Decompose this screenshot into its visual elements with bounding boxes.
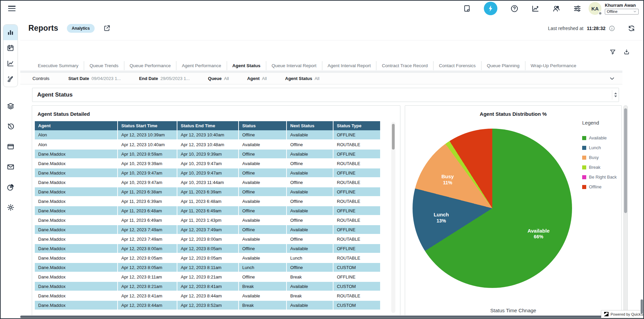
table-row[interactable]: AlonApr 12, 2023 10:39amApr 12, 2023 10:… — [35, 130, 380, 140]
hamburger-menu-icon[interactable] — [8, 6, 16, 11]
sliders-icon[interactable] — [573, 4, 581, 12]
column-header[interactable]: Next Status — [287, 121, 333, 130]
table-cell: Apr 11, 2023 6:48am — [177, 196, 239, 206]
table-cell: Offline — [287, 215, 333, 225]
left-sidebar — [1, 16, 20, 318]
tab-contact-forensics[interactable]: Contact Forensics — [433, 61, 481, 70]
table-row[interactable]: Dane.MaddoxApr 12, 2023 7:49amApr 12, 20… — [35, 225, 380, 234]
tab-queue-interval-report[interactable]: Queue Interval Report — [266, 61, 322, 70]
sidebar-item-trend[interactable] — [3, 56, 18, 71]
embed-scrollbar-thumb[interactable] — [624, 108, 627, 213]
tab-queue-performance[interactable]: Queue Performance — [124, 61, 176, 70]
sidebar-item-layers[interactable] — [3, 96, 18, 116]
people-icon[interactable] — [552, 4, 560, 12]
tab-contract-trace-record[interactable]: Contract Trace Record — [376, 61, 433, 70]
horizontal-scrollbar-thumb[interactable] — [20, 316, 643, 318]
tab-agent-performance[interactable]: Agent Performance — [176, 61, 226, 70]
tab-agent-status[interactable]: Agent Status — [227, 61, 266, 70]
tab-wrap-up-performance[interactable]: Wrap-Up Performance — [525, 61, 582, 70]
table-row[interactable]: Dane.MaddoxApr 11, 2023 6:49amApr 11, 20… — [35, 215, 380, 225]
status-select[interactable]: Offline — [605, 9, 639, 15]
legend-item-break[interactable]: Break — [582, 162, 621, 172]
note-icon[interactable] — [463, 4, 471, 12]
table-cell: Apr 10, 2023 9:47am — [118, 178, 177, 187]
legend-item-be-right-back[interactable]: Be Right Back — [582, 172, 621, 182]
control-filter-agent[interactable]: AgentAll — [247, 76, 267, 81]
slice-name: Lunch — [434, 212, 449, 218]
column-header[interactable]: Status End Time — [177, 121, 239, 130]
legend-swatch — [582, 156, 586, 160]
external-link-icon[interactable] — [103, 25, 110, 32]
legend-item-busy[interactable]: Busy — [582, 153, 621, 162]
table-cell: Apr 12, 2023 8:21am — [177, 272, 239, 282]
powered-by-quicksight-badge[interactable]: Powered by QuickSight — [601, 310, 644, 318]
filter-icon[interactable] — [610, 49, 616, 55]
column-header[interactable]: Status — [239, 121, 287, 130]
tab-agent-interval-report[interactable]: Agent Interval Report — [322, 61, 376, 70]
table-row[interactable]: Dane.MaddoxApr 12, 2023 8:05amApr 12, 20… — [35, 253, 380, 263]
sidebar-item-gear[interactable] — [3, 197, 18, 217]
table-row[interactable]: Dane.MaddoxApr 12, 2023 7:49amApr 12, 20… — [35, 234, 380, 244]
control-filter-agent-status[interactable]: Agent StatusAll — [285, 76, 320, 81]
table-cell: Dane.Maddox — [35, 159, 118, 168]
filter-label: Agent — [247, 76, 259, 81]
table-row[interactable]: Dane.MaddoxApr 10, 2023 8:59amApr 10, 20… — [35, 149, 380, 159]
line-chart-icon[interactable] — [531, 4, 539, 12]
controls-collapse-icon[interactable] — [609, 76, 615, 83]
sidebar-item-history[interactable] — [3, 116, 18, 136]
tab-executive-summary[interactable]: Executive Summary — [32, 61, 84, 70]
page-scrollbar-thumb[interactable] — [641, 299, 643, 314]
table-row[interactable]: Dane.MaddoxApr 11, 2023 6:39amApr 11, 20… — [35, 196, 380, 206]
table-row[interactable]: Dane.MaddoxApr 10, 2023 9:39amApr 10, 20… — [35, 159, 380, 168]
table-row[interactable]: Dane.MaddoxApr 12, 2023 8:44amApr 12, 20… — [35, 300, 380, 310]
legend-item-available[interactable]: Available — [582, 133, 621, 143]
table-row[interactable]: Dane.MaddoxApr 12, 2023 8:11amApr 12, 20… — [35, 272, 380, 282]
table-row[interactable]: Dane.MaddoxApr 10, 2023 9:47amApr 10, 20… — [35, 168, 380, 178]
table-row[interactable]: Dane.MaddoxApr 12, 2023 8:21amApr 12, 20… — [35, 282, 380, 291]
control-filter-end-date[interactable]: End Date29/05/2023 1... — [139, 76, 190, 81]
table-row[interactable]: Dane.MaddoxApr 10, 2023 9:47amApr 10, 20… — [35, 178, 380, 187]
table-cell: Apr 12, 2023 10:48am — [177, 140, 239, 149]
help-icon[interactable] — [510, 4, 518, 12]
column-header[interactable]: Status Start Time — [118, 121, 177, 130]
info-icon[interactable] — [609, 25, 615, 31]
table-row[interactable]: Dane.MaddoxApr 11, 2023 6:48amApr 11, 20… — [35, 206, 380, 215]
lightning-bolt-icon[interactable] — [484, 2, 497, 15]
table-cell: OFFLINE — [333, 206, 380, 215]
tab-queue-trends[interactable]: Queue Trends — [84, 61, 124, 70]
table-cell: Alon — [35, 140, 118, 149]
table-row[interactable]: Dane.MaddoxApr 12, 2023 8:41amApr 12, 20… — [35, 291, 380, 300]
column-header[interactable]: Status Type — [333, 121, 380, 130]
sidebar-item-window[interactable] — [3, 136, 18, 157]
legend-item-offline[interactable]: Offline — [582, 182, 621, 192]
table-cell: Available — [239, 159, 287, 168]
tab-queue-planning[interactable]: Queue Planning — [481, 61, 525, 70]
table-row[interactable]: Dane.MaddoxApr 12, 2023 8:05amApr 12, 20… — [35, 263, 380, 272]
export-icon[interactable] — [623, 49, 630, 55]
control-filter-start-date[interactable]: Start Date09/04/2023 1... — [68, 76, 121, 81]
control-filter-queue[interactable]: QueueAll — [208, 76, 229, 81]
column-header[interactable]: Agent — [35, 121, 118, 130]
agent-status-table: AgentStatus Start TimeStatus End TimeSta… — [35, 121, 381, 316]
table-scrollbar-thumb[interactable] — [392, 124, 395, 150]
refresh-icon[interactable] — [628, 25, 635, 32]
controls-bar: Controls Start Date09/04/2023 1...End Da… — [20, 73, 622, 84]
sidebar-item-design[interactable] — [3, 71, 18, 87]
page-header: Reports Analytics Last refreshed at 11:2… — [20, 16, 643, 41]
table-cell: Offline — [287, 196, 333, 206]
legend-title: Legend — [582, 120, 621, 126]
panel-spinner[interactable] — [612, 90, 619, 100]
legend-label: Be Right Back — [589, 175, 617, 180]
sidebar-item-pie-chart[interactable] — [3, 177, 18, 197]
table-row[interactable]: Dane.MaddoxApr 12, 2023 8:00amApr 12, 20… — [35, 244, 380, 253]
analytics-badge[interactable]: Analytics — [67, 24, 94, 33]
table-row[interactable]: Dane.MaddoxApr 11, 2023 6:38amApr 11, 20… — [35, 187, 380, 196]
table-cell: ROUTABLE — [333, 159, 380, 168]
sidebar-item-mail[interactable] — [3, 157, 18, 177]
filter-value: All — [315, 76, 319, 81]
sidebar-item-calendar[interactable] — [3, 40, 18, 56]
legend-item-lunch[interactable]: Lunch — [582, 143, 621, 153]
sidebar-item-bar-chart[interactable] — [3, 25, 18, 40]
table-row[interactable]: AlonApr 12, 2023 10:40amApr 12, 2023 10:… — [35, 140, 380, 149]
status-distribution-pie[interactable]: Busy11%Lunch13%Available66% — [413, 129, 572, 288]
